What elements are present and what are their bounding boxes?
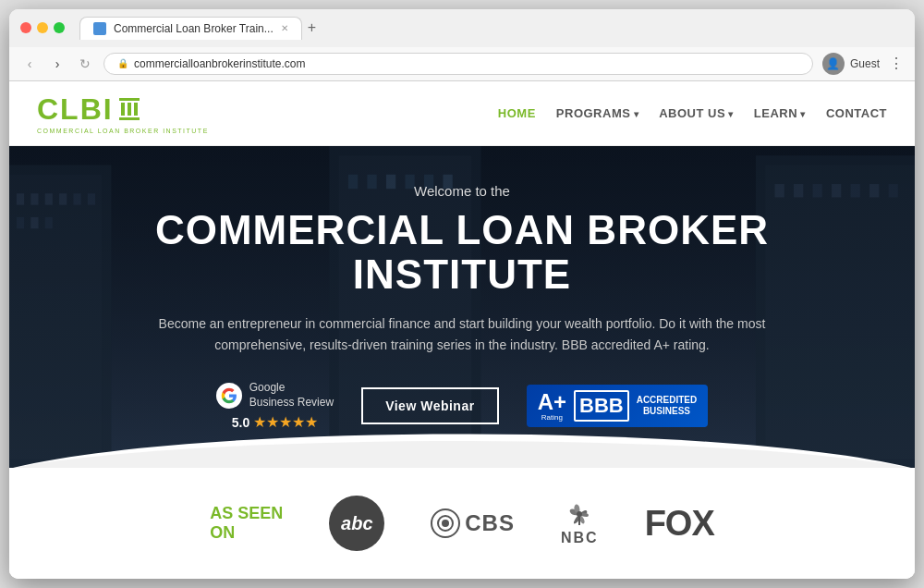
pillar-col-3 (134, 103, 138, 116)
new-tab-button[interactable]: + (308, 19, 316, 36)
bbb-text: ACCREDITEDBUSINESS (637, 395, 698, 417)
logo-pillar-icon (119, 98, 140, 120)
google-label: Google (249, 381, 334, 396)
bbb-rating: A+ (538, 391, 566, 413)
user-label: Guest (850, 57, 880, 70)
hero-welcome-text: Welcome to the (83, 183, 841, 199)
pillar-columns (121, 103, 138, 116)
tab-title: Commercial Loan Broker Train... (114, 22, 274, 35)
nbc-logo: NBC (561, 500, 599, 546)
fox-logo-text: FOX (645, 504, 714, 544)
nav-item-contact[interactable]: CONTACT (826, 104, 887, 121)
traffic-light-green[interactable] (54, 22, 65, 33)
hero-content: Welcome to the COMMERCIAL LOAN BROKER IN… (65, 146, 859, 469)
traffic-light-yellow[interactable] (37, 22, 48, 33)
website-content: CLBI COMMERCIAL LOAN BROKER INSTITUTE HO… (9, 81, 915, 580)
svg-point-33 (442, 520, 449, 527)
nav-link-programs[interactable]: PROGRAMS (556, 106, 638, 120)
as-seen-label: AS SEENON (210, 504, 283, 544)
user-area[interactable]: 👤 Guest (822, 53, 880, 75)
cbs-eye-icon (431, 508, 460, 538)
nav-item-programs[interactable]: PROGRAMS (556, 104, 638, 121)
lock-icon: 🔒 (117, 58, 128, 68)
cbs-logo-group: CBS (431, 508, 515, 538)
traffic-lights (20, 22, 65, 33)
pillar-col-2 (128, 103, 131, 116)
logo-subtitle: COMMERCIAL LOAN BROKER INSTITUTE (37, 128, 209, 134)
address-bar[interactable]: 🔒 commercialloanbrokerinstitute.com (103, 53, 813, 75)
nav-link-contact[interactable]: CONTACT (826, 106, 887, 120)
google-review-text: Google Business Review (249, 381, 334, 410)
traffic-light-red[interactable] (20, 22, 31, 33)
bbb-rating-area: A+ Rating (538, 391, 566, 422)
as-seen-on-section: AS SEENON abc CBS (9, 468, 915, 579)
browser-tab[interactable]: Commercial Loan Broker Train... ✕ (79, 17, 302, 40)
cbs-text: CBS (465, 510, 515, 536)
browser-chrome: Commercial Loan Broker Train... ✕ + ‹ › … (9, 9, 915, 81)
abc-logo: abc (329, 496, 384, 551)
pillar-top (119, 98, 140, 101)
google-review-top: Google Business Review (216, 381, 334, 410)
cbs-logo: CBS (431, 508, 515, 538)
reload-button[interactable]: ↻ (76, 56, 94, 71)
view-webinar-button[interactable]: View Webinar (361, 387, 499, 424)
bbb-rating-sub: Rating (538, 413, 566, 422)
nav-item-home[interactable]: HOME (498, 104, 536, 121)
site-nav: CLBI COMMERCIAL LOAN BROKER INSTITUTE HO… (9, 81, 915, 146)
nav-link-about[interactable]: ABOUT US (659, 106, 734, 120)
url-text: commercialloanbrokerinstitute.com (134, 57, 305, 70)
bbb-badge: A+ Rating BBB ACCREDITEDBUSINESS (527, 385, 709, 427)
nav-link-learn[interactable]: LEARN (754, 106, 806, 120)
back-button[interactable]: ‹ (20, 56, 39, 71)
google-sublabel: Business Review (249, 396, 334, 410)
logo-area[interactable]: CLBI COMMERCIAL LOAN BROKER INSTITUTE (37, 92, 209, 134)
google-g-icon (216, 383, 242, 409)
tab-favicon (93, 22, 106, 35)
nav-item-about[interactable]: ABOUT US (659, 104, 734, 121)
nbc-logo-group: NBC (561, 500, 599, 546)
browser-controls: ‹ › ↻ 🔒 commercialloanbrokerinstitute.co… (9, 47, 915, 80)
tab-close-button[interactable]: ✕ (281, 23, 288, 33)
hero-curve (9, 423, 915, 468)
tab-bar: Commercial Loan Broker Train... ✕ + (79, 17, 881, 40)
hero-section: Welcome to the COMMERCIAL LOAN BROKER IN… (9, 146, 915, 469)
abc-logo-mark: abc (329, 496, 384, 551)
browser-window: Commercial Loan Broker Train... ✕ + ‹ › … (9, 9, 915, 580)
pillar-col-1 (121, 103, 125, 116)
hero-title: COMMERCIAL LOAN BROKER INSTITUTE (83, 208, 841, 298)
nav-item-learn[interactable]: LEARN (754, 104, 806, 121)
bbb-logo: BBB (574, 390, 629, 422)
logo-main: CLBI (37, 92, 140, 127)
browser-titlebar: Commercial Loan Broker Train... ✕ + (9, 9, 915, 47)
browser-menu-button[interactable]: ⋮ (889, 55, 904, 72)
nbc-text: NBC (561, 530, 599, 546)
pillar-base (119, 117, 140, 120)
forward-button[interactable]: › (48, 56, 67, 71)
logo-text: CLBI (37, 92, 114, 127)
hero-description: Become an entrepreneur in commercial fin… (148, 313, 776, 355)
nav-menu: HOME PROGRAMS ABOUT US LEARN CONTACT (498, 104, 887, 121)
nav-link-home[interactable]: HOME (498, 106, 536, 120)
as-seen-label-text: AS SEENON (210, 504, 283, 543)
svg-point-34 (577, 511, 582, 517)
fox-logo: FOX (645, 504, 714, 544)
user-avatar: 👤 (822, 53, 845, 75)
nbc-peacock-icon (562, 500, 597, 528)
